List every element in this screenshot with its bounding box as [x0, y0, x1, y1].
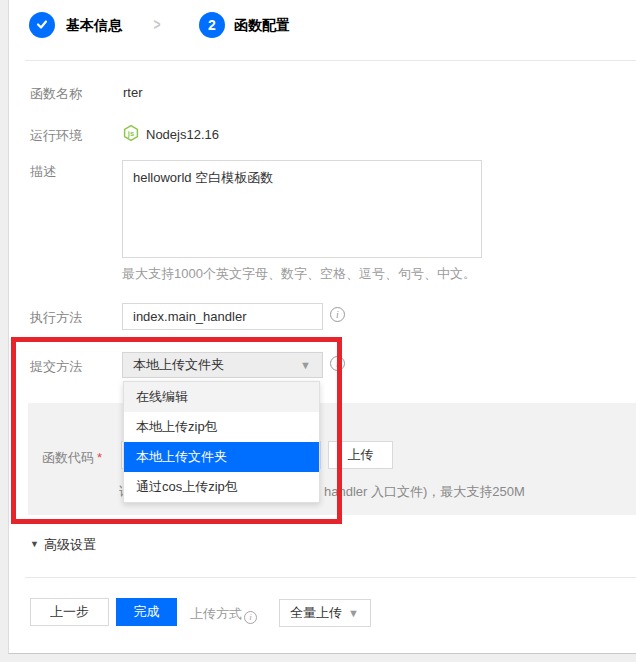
upload-mode-info-icon[interactable]: i — [244, 611, 257, 624]
function-code-label-text: 函数代码 — [42, 450, 94, 465]
submit-method-label: 提交方法 — [30, 358, 82, 376]
handler-input[interactable] — [122, 303, 323, 330]
upload-mode-select[interactable]: 全量上传 ▼ — [279, 599, 371, 627]
check-icon — [35, 17, 49, 34]
step2-label: 函数配置 — [234, 12, 290, 38]
description-textarea[interactable]: helloworld 空白模板函数 — [122, 160, 482, 258]
finish-button[interactable]: 完成 — [116, 598, 177, 626]
chevron-right-icon: > — [153, 12, 160, 38]
handler-info-icon[interactable]: i — [330, 307, 345, 322]
step2-number: 2 — [208, 17, 216, 33]
runtime-value: Nodejs12.16 — [146, 127, 219, 142]
upload-button[interactable]: 上传 — [328, 441, 393, 469]
upload-mode-label: 上传方式i — [190, 605, 257, 624]
description-label: 描述 — [30, 163, 56, 181]
submit-method-info-icon[interactable]: i — [330, 356, 345, 371]
runtime-label: 运行环境 — [30, 127, 82, 145]
handler-label: 执行方法 — [30, 309, 82, 327]
step2-circle: 2 — [199, 12, 225, 38]
nodejs-icon: js — [122, 124, 140, 145]
function-config-page: 基本信息 > 2 函数配置 函数名称 rter 运行环境 js Nodejs12… — [0, 0, 636, 662]
function-name-label: 函数名称 — [30, 85, 82, 103]
previous-step-button[interactable]: 上一步 — [30, 598, 109, 626]
submit-method-dropdown-menu: 在线编辑 本地上传zip包 本地上传文件夹 通过cos上传zip包 — [123, 381, 320, 503]
triangle-down-icon: ▼ — [30, 539, 39, 549]
chevron-down-icon: ▼ — [300, 359, 311, 371]
step1-label[interactable]: 基本信息 — [66, 12, 122, 38]
code-hint-text: handler 入口文件)，最大支持250M — [324, 483, 525, 501]
menu-item-local-zip[interactable]: 本地上传zip包 — [124, 412, 319, 442]
divider-bottom — [25, 577, 636, 578]
function-name-value: rter — [123, 85, 143, 100]
submit-method-select[interactable]: 本地上传文件夹 ▼ — [122, 352, 323, 378]
upload-mode-value: 全量上传 — [290, 604, 342, 622]
menu-item-cos-zip[interactable]: 通过cos上传zip包 — [124, 472, 319, 502]
divider-top — [25, 60, 636, 61]
chevron-down-icon: ▼ — [348, 607, 359, 619]
required-asterisk: * — [97, 450, 102, 465]
upload-mode-label-text: 上传方式 — [190, 606, 242, 621]
step1-done-circle — [29, 12, 55, 38]
submit-method-value: 本地上传文件夹 — [133, 356, 224, 374]
advanced-settings-toggle[interactable]: 高级设置 — [44, 536, 96, 554]
description-hint: 最大支持1000个英文字母、数字、空格、逗号、句号、中文。 — [122, 265, 476, 283]
function-code-label: 函数代码* — [42, 449, 102, 467]
menu-item-online-edit[interactable]: 在线编辑 — [124, 382, 319, 412]
menu-item-local-folder[interactable]: 本地上传文件夹 — [124, 442, 319, 472]
svg-text:js: js — [127, 129, 134, 138]
